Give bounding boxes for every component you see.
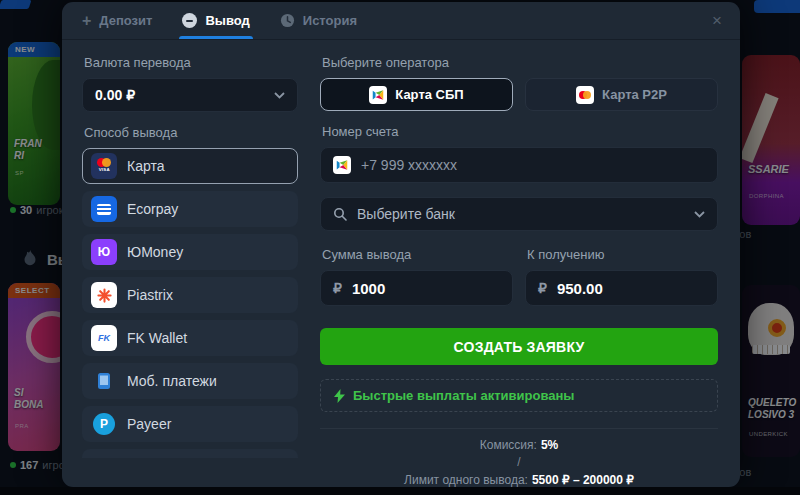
chevron-down-icon xyxy=(274,92,285,99)
commission-label: Комиссия: xyxy=(480,438,537,452)
commission-value: 5% xyxy=(541,438,558,452)
minus-circle-icon xyxy=(182,13,197,28)
limit-value: 5500 ₽ – 200000 ₽ xyxy=(532,473,634,487)
methods-label: Способ вывода xyxy=(84,125,298,140)
modal-body: Валюта перевода 0.00 ₽ Способ вывода VIS… xyxy=(62,40,740,495)
visa-mastercard-icon: VISA xyxy=(91,153,117,179)
sbp-icon xyxy=(333,156,351,174)
method-label: FK Wallet xyxy=(127,330,187,346)
ruble-sign: ₽ xyxy=(333,280,342,296)
currency-value: 0.00 ₽ xyxy=(95,87,135,103)
ruble-sign: ₽ xyxy=(538,280,547,296)
withdraw-modal: + Депозит Вывод История × Валюта перевод… xyxy=(62,2,740,487)
method-piastrix[interactable]: Piastrix xyxy=(82,277,298,313)
tab-history[interactable]: История xyxy=(280,2,357,39)
chevron-down-icon xyxy=(694,211,705,218)
operator-label: Выберите оператора xyxy=(322,55,718,70)
method-label: Карта xyxy=(127,158,164,174)
fast-payouts-text: Быстрые выплаты активированы xyxy=(353,388,574,403)
search-icon xyxy=(333,207,347,221)
method-label: Payeer xyxy=(127,416,171,432)
bank-placeholder: Выберите банк xyxy=(357,206,684,222)
method-label: Моб. платежи xyxy=(127,373,217,389)
sbp-icon xyxy=(369,86,387,104)
amount-label: Сумма вывода xyxy=(322,247,513,262)
method-label: ЮMoney xyxy=(127,244,183,260)
plus-icon: + xyxy=(82,13,91,29)
method-ecorpay[interactable]: Ecorpay xyxy=(82,191,298,227)
method-payeer[interactable]: P Payeer xyxy=(82,406,298,442)
withdraw-right-column: Выберите оператора Карта СБП xyxy=(320,55,718,495)
bank-select[interactable]: Выберите банк xyxy=(320,197,718,231)
method-mobile[interactable]: Моб. платежи xyxy=(82,363,298,399)
close-icon[interactable]: × xyxy=(708,12,726,30)
amount-value: 1000 xyxy=(352,280,385,297)
phone-input[interactable]: +7 999 xxxxxxx xyxy=(320,147,718,183)
withdraw-methods-list: VISA Карта Ecorpay Ю ЮMoney xyxy=(82,148,298,458)
amounts-row: Сумма вывода ₽ 1000 К получению ₽ 950.00 xyxy=(320,247,718,306)
limit-label: Лимит одного вывода: xyxy=(404,473,528,487)
receive-input[interactable]: ₽ 950.00 xyxy=(525,270,718,306)
method-yoomoney[interactable]: Ю ЮMoney xyxy=(82,234,298,270)
fk-wallet-icon: FK xyxy=(91,325,117,351)
note-divider: / xyxy=(320,454,718,471)
operator-p2p-button[interactable]: Карта P2P xyxy=(525,78,718,111)
tab-withdraw[interactable]: Вывод xyxy=(182,2,249,39)
method-fk-wallet[interactable]: FK FK Wallet xyxy=(82,320,298,356)
method-label: Piastrix xyxy=(127,287,173,303)
receive-value: 950.00 xyxy=(557,280,603,297)
mobile-phone-icon xyxy=(91,368,117,394)
currency-select[interactable]: 0.00 ₽ xyxy=(82,78,298,112)
fast-payouts-banner: Быстрые выплаты активированы xyxy=(320,379,718,412)
lightning-icon xyxy=(334,389,345,403)
divider xyxy=(320,428,718,429)
method-label: Ecorpay xyxy=(127,201,178,217)
visa-mastercard-icon xyxy=(576,86,594,104)
create-request-button[interactable]: СОЗДАТЬ ЗАЯВКУ xyxy=(320,328,718,365)
page-bottom-strip xyxy=(0,487,800,495)
amount-input[interactable]: ₽ 1000 xyxy=(320,270,513,306)
withdraw-left-column: Валюта перевода 0.00 ₽ Способ вывода VIS… xyxy=(82,55,298,495)
ecorpay-icon xyxy=(91,196,117,222)
screen: NEW FRAN RI SP 30 игроков Выб SELECT SI … xyxy=(0,0,800,495)
piastrix-icon xyxy=(91,282,117,308)
modal-header: + Депозит Вывод История × xyxy=(62,2,740,40)
currency-label: Валюта перевода xyxy=(84,55,298,70)
operator-sbp-button[interactable]: Карта СБП xyxy=(320,78,513,111)
yoomoney-icon: Ю xyxy=(91,239,117,265)
receive-label: К получению xyxy=(527,247,718,262)
account-label: Номер счета xyxy=(322,124,718,139)
phone-placeholder: +7 999 xxxxxxx xyxy=(361,157,457,173)
method-row-partial[interactable] xyxy=(82,449,298,458)
operator-row: Карта СБП Карта P2P xyxy=(320,78,718,111)
method-card[interactable]: VISA Карта xyxy=(82,148,298,184)
tab-deposit[interactable]: + Депозит xyxy=(82,2,152,39)
history-clock-icon xyxy=(280,13,295,28)
payeer-icon: P xyxy=(93,413,115,435)
